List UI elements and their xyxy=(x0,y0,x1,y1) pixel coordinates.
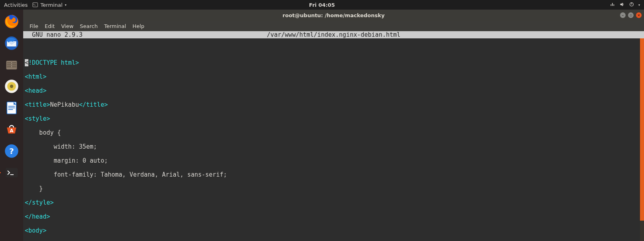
svg-rect-19 xyxy=(8,109,13,110)
svg-rect-0 xyxy=(33,3,38,7)
terminal-icon xyxy=(4,165,20,181)
editor-content[interactable]: <!DOCTYPE html> <html> <head> <title>NeP… xyxy=(23,38,644,241)
power-icon[interactable] xyxy=(629,2,634,8)
svg-point-10 xyxy=(11,62,12,63)
svg-point-12 xyxy=(11,66,12,67)
firefox-icon xyxy=(4,14,20,30)
code-line: </head> xyxy=(25,213,642,221)
code-line: <title>NePikabu</title> xyxy=(25,102,642,109)
activities-button[interactable]: Activities xyxy=(4,2,28,8)
rhythmbox-icon xyxy=(4,78,20,94)
chevron-down-icon: ▾ xyxy=(638,3,640,7)
nano-header: GNU nano 2.9.3 /var/www/html/index.nginx… xyxy=(23,31,644,38)
minimize-button[interactable]: – xyxy=(620,12,626,18)
window-title: root@ubuntu: /home/mackedonsky xyxy=(283,12,385,18)
gnome-topbar: Activities Terminal ▾ Fri 04:05 ▾ xyxy=(0,0,644,10)
menu-view[interactable]: View xyxy=(58,23,77,29)
code-line: margin: 0 auto; xyxy=(25,157,642,165)
svg-point-15 xyxy=(10,85,13,88)
volume-icon[interactable] xyxy=(619,2,625,8)
menu-search[interactable]: Search xyxy=(77,23,101,29)
code-line: width: 35em; xyxy=(25,143,642,151)
svg-rect-17 xyxy=(8,106,15,107)
menu-terminal[interactable]: Terminal xyxy=(101,23,129,29)
menu-edit[interactable]: Edit xyxy=(42,23,58,29)
clock[interactable]: Fri 04:05 xyxy=(309,2,335,8)
code-line: <html> xyxy=(25,74,642,81)
scrollbar-thumb[interactable] xyxy=(640,38,644,221)
app-menu-label: Terminal xyxy=(40,2,62,8)
menu-file[interactable]: File xyxy=(26,23,42,29)
software-icon: A xyxy=(4,121,20,137)
nano-version: GNU nano 2.9.3 xyxy=(25,31,83,38)
files-icon xyxy=(4,57,20,73)
dock-item-firefox[interactable] xyxy=(2,12,21,31)
terminal-window: root@ubuntu: /home/mackedonsky – ▫ × Fil… xyxy=(23,10,644,241)
code-line: font-family: Tahoma, Verdana, Arial, san… xyxy=(25,171,642,179)
app-menu[interactable]: Terminal ▾ xyxy=(32,2,66,8)
terminal-menubar: File Edit View Search Terminal Help xyxy=(23,21,644,31)
window-titlebar[interactable]: root@ubuntu: /home/mackedonsky – ▫ × xyxy=(23,10,644,21)
code-line: <!DOCTYPE html> xyxy=(25,60,642,67)
svg-rect-18 xyxy=(8,108,15,108)
dock-item-writer[interactable] xyxy=(2,98,21,118)
chevron-down-icon: ▾ xyxy=(65,3,66,7)
dock-item-software[interactable]: A xyxy=(2,120,21,139)
code-line xyxy=(25,46,642,53)
dock: A ? xyxy=(0,10,23,241)
network-icon[interactable] xyxy=(610,2,615,8)
help-icon: ? xyxy=(4,143,20,159)
scrollbar[interactable] xyxy=(640,38,644,241)
code-line: <body> xyxy=(25,227,642,235)
menu-help[interactable]: Help xyxy=(129,23,148,29)
dock-item-rhythmbox[interactable] xyxy=(2,77,21,96)
dock-item-terminal[interactable] xyxy=(2,163,21,182)
code-line: <head> xyxy=(25,88,642,95)
code-line: <style> xyxy=(25,116,642,123)
close-button[interactable]: × xyxy=(636,12,642,18)
dock-item-thunderbird[interactable] xyxy=(2,34,21,53)
svg-text:A: A xyxy=(10,128,13,133)
libreoffice-writer-icon xyxy=(4,100,20,116)
code-line: body { xyxy=(25,129,642,137)
svg-point-11 xyxy=(11,64,12,65)
maximize-button[interactable]: ▫ xyxy=(628,12,634,18)
dock-item-help[interactable]: ? xyxy=(2,141,21,161)
svg-text:?: ? xyxy=(9,146,14,156)
code-line: } xyxy=(25,185,642,193)
svg-rect-23 xyxy=(6,168,18,177)
code-line: </style> xyxy=(25,199,642,207)
thunderbird-icon xyxy=(4,35,20,51)
terminal-small-icon xyxy=(32,2,38,8)
dock-item-files[interactable] xyxy=(2,55,21,74)
nano-filename: /var/www/html/index.nginx-debian.html xyxy=(267,31,400,38)
